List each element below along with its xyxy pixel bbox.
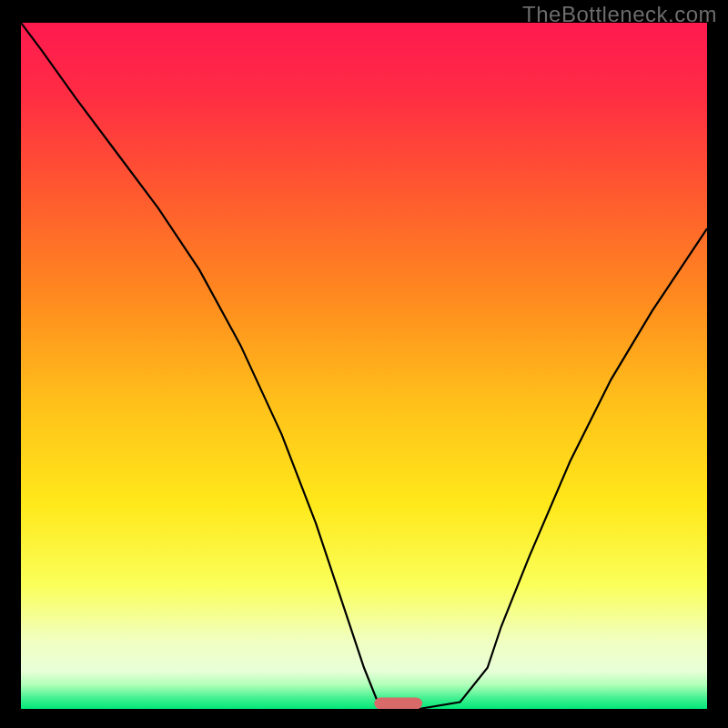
plot-area — [21, 23, 707, 709]
watermark-text: TheBottleneck.com — [522, 2, 717, 27]
optimal-marker — [374, 698, 422, 709]
chart-frame: TheBottleneck.com — [0, 0, 728, 728]
bottleneck-curve — [21, 23, 707, 709]
